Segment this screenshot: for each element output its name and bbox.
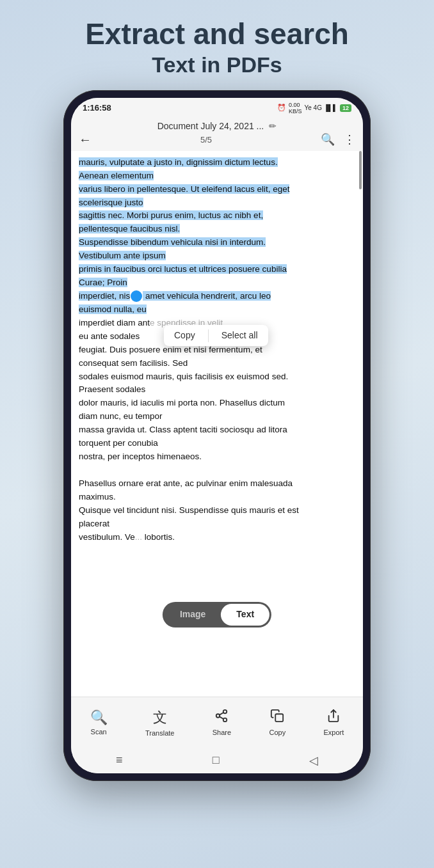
text-line: placerat <box>79 517 355 531</box>
status-time: 1:16:58 <box>83 103 111 113</box>
edit-icon[interactable]: ✏ <box>269 121 277 131</box>
highlighted-text: amet vehicula hendrerit, arcu leo <box>143 291 271 301</box>
back-nav-icon[interactable]: ◁ <box>309 754 318 768</box>
highlighted-text: Aenean elementum <box>79 171 154 180</box>
scan-icon: 🔍 <box>90 709 108 726</box>
svg-rect-5 <box>276 714 284 722</box>
image-mode-button[interactable]: Image <box>165 604 221 626</box>
copy-icon <box>270 709 284 727</box>
translate-label: Translate <box>145 729 174 737</box>
app-bar-title-row: Document July 24, 2021 ... ✏ <box>79 121 355 131</box>
battery-icon: 12 <box>340 104 351 112</box>
text-line: diam nunc, eu tempor <box>79 410 355 423</box>
highlighted-text: imperdiet, nis <box>79 291 130 301</box>
highlighted-text: Curae; Proin <box>79 278 127 287</box>
cursor-handle[interactable] <box>131 290 142 302</box>
text-line: consequat sem facilisis. Sed <box>79 357 355 370</box>
highlighted-text: euismod nulla, eu <box>79 304 147 314</box>
status-bar: 1:16:58 ⏰ 0.00KB/S Ye 4G ▐▌▌ 12 <box>71 98 363 118</box>
app-bar: Document July 24, 2021 ... ✏ ← 5/5 🔍 ⋮ <box>71 118 363 151</box>
menu-divider <box>208 329 209 342</box>
text-line: Phasellus ornare erat ante, ac pulvinar … <box>79 477 355 491</box>
copy-menu-item[interactable]: Copy <box>174 329 195 343</box>
text-line: Vestibulum ante ipsum <box>79 249 355 263</box>
text-line: vestibulum. Ve... lobortis. <box>79 531 355 544</box>
share-icon <box>214 709 229 727</box>
highlighted-text: primis in faucibus orci luctus et ultric… <box>79 264 287 274</box>
content-area: mauris, vulputate a justo in, dignissim … <box>71 151 363 697</box>
text-content: mauris, vulputate a justo in, dignissim … <box>71 151 363 544</box>
text-line: Aenean elementum <box>79 170 355 183</box>
export-tool[interactable]: Export <box>323 709 344 736</box>
text-line: euismod nulla, eu <box>79 303 355 317</box>
highlighted-text: Suspendisse bibendum vehicula nisi in in… <box>79 237 266 247</box>
text-line: scelerisque justo <box>79 196 355 210</box>
copy-tool[interactable]: Copy <box>269 709 285 736</box>
text-line: massa gravida ut. Class aptent taciti so… <box>79 423 355 437</box>
search-icon[interactable]: 🔍 <box>321 132 335 146</box>
export-icon <box>326 709 341 727</box>
text-line: imperdiet, nis amet vehicula hendrerit, … <box>79 290 355 303</box>
svg-line-3 <box>220 716 223 719</box>
text-line: Quisque vel tincidunt nisi. Suspendisse … <box>79 504 355 517</box>
scan-tool[interactable]: 🔍 Scan <box>90 709 108 736</box>
bottom-toolbar: 🔍 Scan 文 Translate Share <box>71 697 363 748</box>
highlighted-text: pellentesque faucibus nisl. <box>79 224 180 233</box>
mode-toggle: Image Text <box>163 602 271 627</box>
highlighted-text: sagittis nec. Morbi purus enim, luctus a… <box>79 210 263 220</box>
highlighted-text: Vestibulum ante ipsum <box>79 251 166 260</box>
text-line: varius libero in pellentesque. Ut eleife… <box>79 183 355 196</box>
export-label: Export <box>323 729 344 736</box>
header-subtitle: Text in PDFs <box>85 51 349 79</box>
text-line: maximus. <box>79 491 355 504</box>
header-section: Extract and search Text in PDFs <box>85 18 349 79</box>
highlighted-text: varius libero in pellentesque. Ut eleife… <box>79 184 289 194</box>
text-line: nostra, per inceptos himenaeos. <box>79 450 355 464</box>
context-menu: Copy Select all <box>164 325 268 347</box>
share-tool[interactable]: Share <box>213 709 231 736</box>
text-line: sagittis nec. Morbi purus enim, luctus a… <box>79 209 355 223</box>
text-mode-button[interactable]: Text <box>221 604 269 626</box>
text: imperdiet diam ant <box>79 318 150 327</box>
text-line: dolor mauris, id iaculis mi porta non. P… <box>79 397 355 410</box>
highlighted-text: scelerisque justo <box>79 198 143 207</box>
page-number: 5/5 <box>200 135 212 145</box>
svg-line-4 <box>220 713 223 715</box>
hamburger-icon[interactable]: ≡ <box>116 754 123 767</box>
translate-tool[interactable]: 文 Translate <box>145 708 174 737</box>
text-line: Curae; Proin <box>79 276 355 290</box>
network-speed: 0.00KB/S <box>289 102 302 114</box>
back-button[interactable]: ← <box>79 132 92 147</box>
document-title: Document July 24, 2021 ... <box>157 121 264 131</box>
text-line: pellentesque faucibus nisl. <box>79 223 355 236</box>
text-line: mauris, vulputate a justo in, dignissim … <box>79 156 355 170</box>
highlighted-text: mauris, vulputate a justo in, dignissim … <box>79 157 278 167</box>
app-bar-nav: ← 5/5 🔍 ⋮ <box>79 132 355 147</box>
copy-label: Copy <box>269 729 285 736</box>
text-line <box>79 464 355 477</box>
phone-screen: 1:16:58 ⏰ 0.00KB/S Ye 4G ▐▌▌ 12 Document… <box>71 98 363 773</box>
translate-icon: 文 <box>153 708 167 727</box>
phone-frame: 1:16:58 ⏰ 0.00KB/S Ye 4G ▐▌▌ 12 Document… <box>63 90 371 781</box>
text-line: torquent per conubia <box>79 437 355 450</box>
alarm-icon: ⏰ <box>277 104 286 112</box>
select-all-menu-item[interactable]: Select all <box>221 329 258 343</box>
nav-bar: ≡ □ ◁ <box>71 748 363 773</box>
text-line: sodales euismod mauris, quis facilisis e… <box>79 370 355 384</box>
nav-icons: 🔍 ⋮ <box>321 132 355 146</box>
header-title: Extract and search <box>85 18 349 51</box>
status-icons: ⏰ 0.00KB/S Ye 4G ▐▌▌ 12 <box>277 102 351 114</box>
text-line: Praesent sodales <box>79 383 355 397</box>
scan-label: Scan <box>91 728 107 736</box>
more-options-icon[interactable]: ⋮ <box>344 132 355 146</box>
home-icon[interactable]: □ <box>213 754 220 767</box>
signal-icons: Ye 4G ▐▌▌ <box>305 104 337 111</box>
share-label: Share <box>213 729 231 736</box>
text-line: Suspendisse bibendum vehicula nisi in in… <box>79 236 355 249</box>
text-line: primis in faucibus orci luctus et ultric… <box>79 263 355 276</box>
